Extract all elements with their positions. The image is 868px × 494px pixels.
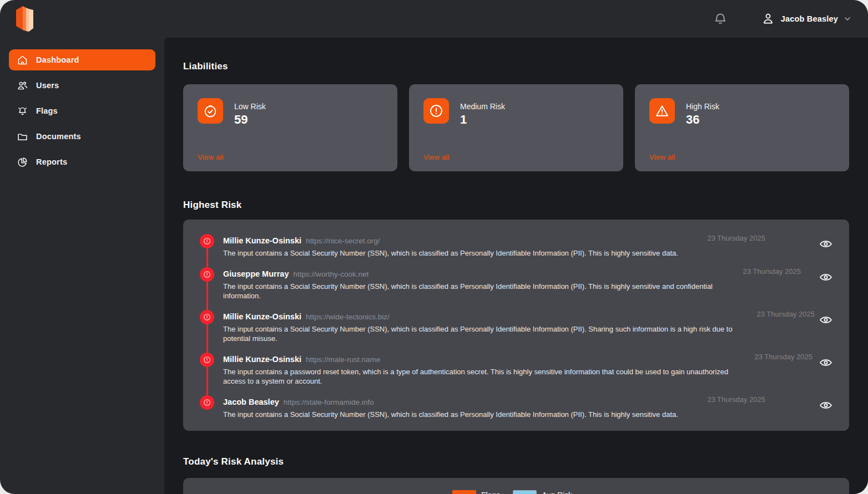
highest-risk-title: Highest Risk — [183, 200, 849, 211]
risk-item-name: Millie Kunze-Osinski — [223, 355, 301, 364]
medium-risk-card: Medium Risk 1 View all — [409, 84, 623, 171]
avg-risk-legend-swatch[interactable] — [513, 490, 537, 494]
pie-chart-icon — [17, 156, 28, 168]
risk-item-date: 23 Thursday 2025 — [743, 267, 801, 276]
risk-item-date: 23 Thursday 2025 — [707, 234, 765, 242]
card-count: 1 — [460, 113, 505, 127]
main-content: Liabilities Low Risk 59 View all — [164, 38, 868, 494]
risk-item-url: https://stale-formamide.info — [284, 398, 374, 406]
sidebar-item-documents[interactable]: Documents — [9, 126, 155, 147]
flags-legend-swatch[interactable] — [452, 490, 476, 494]
risk-item-date: 23 Thursday 2025 — [754, 353, 813, 361]
card-label: Low Risk — [234, 102, 266, 111]
eye-icon[interactable] — [819, 400, 832, 410]
risk-item-url: https://worthy-cook.net — [293, 270, 369, 278]
risk-item-description: The input contains a Social Security Num… — [223, 248, 740, 258]
alert-circle-icon — [423, 98, 449, 124]
risk-item-name: Jacob Beasley — [223, 398, 279, 406]
alert-circle-icon — [200, 234, 214, 248]
top-bar: Jacob Beasley — [0, 0, 868, 38]
sidebar-item-label: Reports — [36, 157, 67, 166]
risk-list-item: Millie Kunze-Osinski https://male-rust.n… — [200, 354, 832, 386]
check-circle-icon — [198, 98, 223, 124]
liabilities-cards: Low Risk 59 View all Medium Risk 1 Vie — [183, 84, 849, 171]
view-all-link[interactable]: View all — [198, 153, 223, 161]
risk-analysis-chart: Flags Avg Risk 5.0 10 — [183, 478, 849, 494]
chevron-down-icon — [844, 15, 851, 23]
risk-analysis-title: Today's Risk Analysis — [183, 456, 849, 467]
risk-item-date: 23 Thursday 2025 — [756, 310, 815, 318]
eye-icon[interactable] — [819, 358, 832, 368]
sidebar: Dashboard Users Flags Documents — [0, 38, 164, 494]
sidebar-item-dashboard[interactable]: Dashboard — [9, 49, 155, 70]
risk-list: Millie Kunze-Osinski https://nice-secret… — [200, 236, 832, 419]
alert-circle-icon — [200, 353, 214, 367]
risk-item-url: https://nice-secret.org/ — [306, 237, 380, 245]
risk-item-description: The input contains a Social Security Num… — [223, 282, 740, 301]
alert-circle-icon — [200, 267, 214, 282]
sidebar-item-label: Users — [36, 81, 59, 90]
risk-item-description: The input contains a Social Security Num… — [223, 324, 740, 343]
card-count: 36 — [686, 113, 719, 127]
sidebar-item-flags[interactable]: Flags — [9, 100, 155, 121]
home-icon — [17, 54, 28, 66]
risk-item-url: https://wide-tectonics.biz/ — [306, 313, 390, 321]
risk-list-item: Millie Kunze-Osinski https://nice-secret… — [200, 236, 832, 258]
alert-circle-icon — [200, 310, 214, 324]
risk-item-description: The input contains a password reset toke… — [223, 367, 740, 386]
chart-legend: Flags Avg Risk — [183, 490, 849, 494]
card-count: 59 — [234, 113, 266, 127]
liabilities-title: Liabilities — [183, 61, 849, 72]
view-all-link[interactable]: View all — [649, 153, 675, 161]
alert-circle-icon — [200, 395, 214, 410]
app-logo-icon — [12, 4, 37, 33]
eye-icon[interactable] — [819, 239, 832, 249]
risk-item-description: The input contains a Social Security Num… — [223, 410, 740, 419]
risk-item-name: Giuseppe Murray — [223, 269, 289, 278]
folder-icon — [17, 131, 28, 142]
risk-item-url: https://male-rust.name — [306, 355, 380, 364]
avg-risk-legend-label: Avg Risk — [542, 491, 572, 494]
eye-icon[interactable] — [819, 315, 832, 325]
risk-list-item: Jacob Beasley https://stale-formamide.in… — [200, 397, 832, 419]
notifications-bell-icon[interactable] — [713, 12, 728, 26]
risk-item-name: Millie Kunze-Osinski — [223, 312, 301, 321]
user-menu[interactable]: Jacob Beasley — [761, 12, 851, 26]
card-label: Medium Risk — [460, 102, 505, 111]
sidebar-item-reports[interactable]: Reports — [9, 151, 155, 172]
high-risk-card: High Risk 36 View all — [635, 84, 849, 171]
sidebar-item-label: Flags — [36, 106, 58, 115]
app-window: Jacob Beasley Dashboard Users — [0, 0, 868, 494]
sidebar-item-label: Dashboard — [36, 55, 79, 64]
alert-triangle-icon — [649, 98, 675, 124]
highest-risk-panel: Millie Kunze-Osinski https://nice-secret… — [183, 220, 849, 431]
eye-icon[interactable] — [819, 272, 832, 282]
users-icon — [17, 80, 28, 91]
user-name: Jacob Beasley — [781, 14, 838, 23]
risk-list-item: Millie Kunze-Osinski https://wide-tecton… — [200, 312, 832, 343]
flags-legend-label: Flags — [481, 491, 500, 494]
risk-item-name: Millie Kunze-Osinski — [223, 236, 301, 245]
flag-bell-icon — [17, 105, 28, 117]
view-all-link[interactable]: View all — [423, 153, 449, 161]
sidebar-item-label: Documents — [36, 132, 81, 141]
risk-list-item: Giuseppe Murray https://worthy-cook.net … — [200, 269, 832, 301]
low-risk-card: Low Risk 59 View all — [183, 84, 397, 171]
card-label: High Risk — [686, 102, 719, 111]
user-avatar-icon — [761, 12, 775, 26]
sidebar-item-users[interactable]: Users — [9, 75, 155, 96]
risk-item-date: 23 Thursday 2025 — [707, 395, 765, 404]
